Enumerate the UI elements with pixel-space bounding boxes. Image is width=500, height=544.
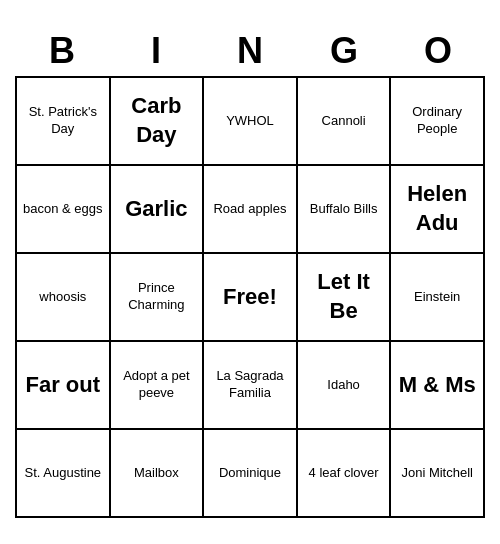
cell-r2-c4: Einstein: [391, 254, 485, 342]
cell-r4-c0: St. Augustine: [17, 430, 111, 518]
cell-r4-c3: 4 leaf clover: [298, 430, 392, 518]
cell-r0-c2: YWHOL: [204, 78, 298, 166]
cell-r3-c0: Far out: [17, 342, 111, 430]
header-letter: B: [15, 26, 109, 76]
cell-r1-c4: Helen Adu: [391, 166, 485, 254]
cell-r4-c2: Dominique: [204, 430, 298, 518]
cell-r3-c2: La Sagrada Familia: [204, 342, 298, 430]
cell-r4-c4: Joni Mitchell: [391, 430, 485, 518]
cell-r1-c1: Garlic: [111, 166, 205, 254]
cell-r2-c3: Let It Be: [298, 254, 392, 342]
cell-r2-c0: whoosis: [17, 254, 111, 342]
header-letter: O: [391, 26, 485, 76]
header-letter: G: [297, 26, 391, 76]
cell-r2-c2: Free!: [204, 254, 298, 342]
cell-r1-c3: Buffalo Bills: [298, 166, 392, 254]
bingo-card: BINGO St. Patrick's DayCarb DayYWHOLCann…: [15, 26, 485, 518]
cell-r1-c2: Road apples: [204, 166, 298, 254]
cell-r4-c1: Mailbox: [111, 430, 205, 518]
header-letter: N: [203, 26, 297, 76]
cell-r3-c4: M & Ms: [391, 342, 485, 430]
cell-r2-c1: Prince Charming: [111, 254, 205, 342]
bingo-grid: St. Patrick's DayCarb DayYWHOLCannoliOrd…: [15, 76, 485, 518]
cell-r1-c0: bacon & eggs: [17, 166, 111, 254]
cell-r0-c0: St. Patrick's Day: [17, 78, 111, 166]
cell-r3-c3: Idaho: [298, 342, 392, 430]
cell-r3-c1: Adopt a pet peeve: [111, 342, 205, 430]
cell-r0-c4: Ordinary People: [391, 78, 485, 166]
header-letter: I: [109, 26, 203, 76]
cell-r0-c1: Carb Day: [111, 78, 205, 166]
bingo-header: BINGO: [15, 26, 485, 76]
cell-r0-c3: Cannoli: [298, 78, 392, 166]
